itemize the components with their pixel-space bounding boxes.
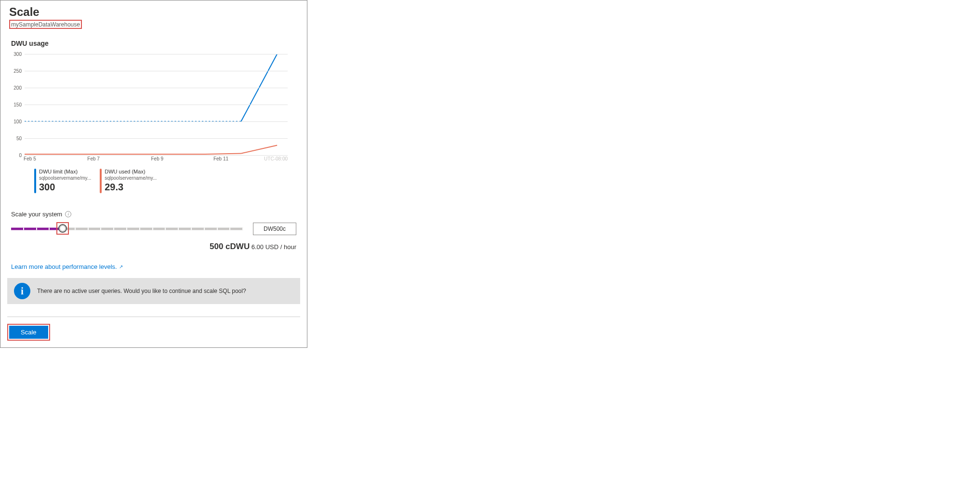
- scale-label: Scale your system i: [11, 211, 296, 218]
- resource-name-highlight: mySampleDataWarehouse: [9, 20, 82, 29]
- scale-button[interactable]: Scale: [9, 326, 48, 339]
- y-tick-label: 200: [13, 85, 22, 91]
- info-circle-icon: i: [14, 283, 30, 299]
- chart-legend: DWU limit (Max)sqlpoolservername/my...30…: [10, 165, 297, 197]
- dwu-value-field[interactable]: DW500c: [253, 223, 296, 235]
- slider-thumb[interactable]: [58, 224, 67, 233]
- y-tick-label: 50: [16, 136, 22, 141]
- legend-item: DWU limit (Max)sqlpoolservername/my...30…: [34, 169, 91, 193]
- x-tick-label: Feb 9: [151, 156, 164, 161]
- scale-panel: Scale mySampleDataWarehouse DWU usage 05…: [0, 0, 307, 348]
- learn-more-link[interactable]: Learn more about performance levels. ↗: [0, 253, 133, 275]
- y-tick-label: 100: [13, 119, 22, 124]
- slider-thumb-highlight: [56, 222, 69, 235]
- info-banner: i There are no active user queries. Woul…: [7, 278, 300, 304]
- x-tick-label: Feb 5: [24, 156, 36, 161]
- y-tick-label: 250: [13, 68, 22, 74]
- external-link-icon: ↗: [119, 264, 123, 269]
- y-tick-label: 0: [19, 153, 22, 158]
- y-tick-label: 150: [13, 102, 22, 107]
- price-summary: 500 cDWU 6.00 USD / hour: [0, 235, 307, 253]
- x-tick-label: Feb 7: [87, 156, 100, 161]
- legend-item: DWU used (Max)sqlpoolservername/my...29.…: [100, 169, 157, 193]
- dwu-slider[interactable]: [11, 223, 243, 235]
- panel-header: Scale mySampleDataWarehouse: [0, 0, 307, 30]
- resource-name: mySampleDataWarehouse: [11, 21, 80, 28]
- scale-section: Scale your system i: [0, 197, 307, 220]
- chart-title: DWU usage: [0, 30, 307, 49]
- info-icon[interactable]: i: [65, 211, 71, 217]
- timezone-label: UTC-08:00: [264, 156, 288, 161]
- y-tick-label: 300: [13, 52, 22, 57]
- dwu-usage-chart: 050100150200250300 Feb 5Feb 7Feb 9Feb 11…: [0, 49, 307, 197]
- page-title: Scale: [9, 5, 298, 19]
- x-tick-label: Feb 11: [213, 156, 228, 161]
- scale-button-highlight: Scale: [7, 324, 50, 341]
